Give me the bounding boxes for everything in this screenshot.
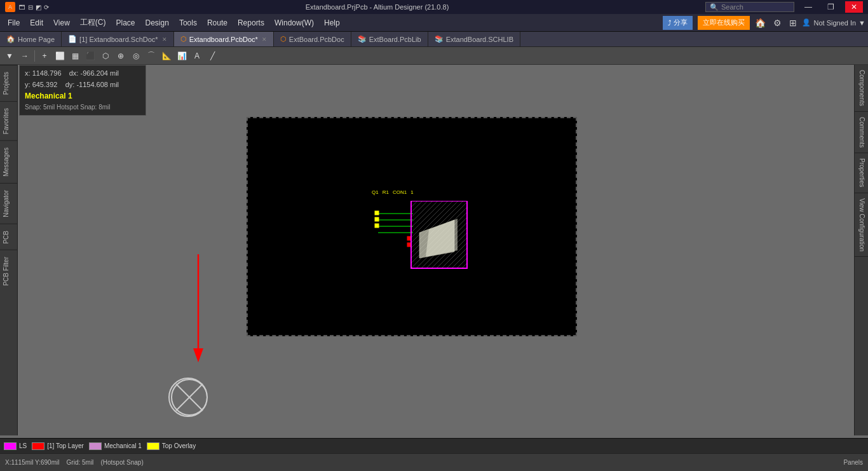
panel-tab-properties[interactable]: Properties xyxy=(855,153,868,193)
cursor-circle-x xyxy=(168,378,208,417)
app-icon: A xyxy=(5,2,15,12)
layer-top-label: [1] Top Layer xyxy=(47,442,84,449)
panel-tab-messages[interactable]: Messages xyxy=(0,140,17,183)
svg-rect-5 xyxy=(375,217,379,221)
toolbar-wire-btn[interactable]: → xyxy=(18,49,32,63)
tab-pcbLib-label: ExtBoard.PcbLib xyxy=(369,36,421,43)
toolbar-measure-btn[interactable]: 📐 xyxy=(159,49,173,63)
tab-home[interactable]: 🏠 Home Page xyxy=(0,32,62,46)
panel-tab-components[interactable]: Components xyxy=(855,65,868,112)
panel-tab-navigator[interactable]: Navigator xyxy=(0,183,17,224)
toolbar-chart-btn[interactable]: 📊 xyxy=(175,49,189,63)
panel-tab-favorites[interactable]: Favorites xyxy=(0,101,17,140)
circle-x-svg xyxy=(170,378,207,417)
panels-label: Panels xyxy=(843,459,863,466)
menu-design[interactable]: Design xyxy=(140,14,174,32)
user-area[interactable]: 👤 Not Signed In ▼ xyxy=(802,18,865,27)
position-info: X:1115mil Y:690mil Grid: 5mil (Hotspot S… xyxy=(5,459,144,466)
info-bar: X:1115mil Y:690mil Grid: 5mil (Hotspot S… xyxy=(0,453,868,471)
panel-tab-comments[interactable]: Comments xyxy=(855,112,868,153)
menu-edit[interactable]: Edit xyxy=(25,14,48,32)
menu-window[interactable]: Window(W) xyxy=(269,14,319,32)
restore-button[interactable]: ❐ xyxy=(822,1,840,13)
search-bar[interactable]: 🔍 Search xyxy=(705,2,794,12)
toolbar-line-btn[interactable]: ╱ xyxy=(205,49,219,63)
menu-view[interactable]: View xyxy=(48,14,75,32)
menu-tools[interactable]: Tools xyxy=(174,14,202,32)
menu-reports[interactable]: Reports xyxy=(233,14,269,32)
toolbar-fill-btn[interactable]: ⬛ xyxy=(83,49,97,63)
tab-extPcb[interactable]: ⬡ ExtBoard.PcbDoc xyxy=(274,32,351,46)
svg-rect-4 xyxy=(375,211,379,215)
status-bar: LS [1] Top Layer Mechanical 1 Top Overla… xyxy=(0,438,868,453)
tab-schDoc[interactable]: 📄 [1] Extandboard.SchDoc* ✕ xyxy=(62,32,174,46)
coord-xy: x: 1148.796 dx: -966.204 mil xyxy=(25,68,140,79)
layer-ls[interactable]: LS xyxy=(4,442,27,450)
toolbar-via-btn[interactable]: ◎ xyxy=(129,49,143,63)
ext-pcb-tab-icon: ⬡ xyxy=(280,35,287,43)
subscribe-label: 立即在线购买 xyxy=(703,18,745,27)
minimize-button[interactable]: — xyxy=(799,1,817,13)
schlib-tab-icon: 📚 xyxy=(435,35,444,43)
layer-top[interactable]: [1] Top Layer xyxy=(32,442,84,450)
panel-tab-pcb[interactable]: PCB xyxy=(0,224,17,250)
home-icon[interactable]: 🏠 xyxy=(752,17,768,29)
x-value: 1148.796 xyxy=(32,69,62,77)
tab-schDoc-close[interactable]: ✕ xyxy=(162,36,167,43)
layer-overlay-color xyxy=(147,442,159,450)
canvas-area[interactable]: Q1 R1 CON1 1 xyxy=(18,65,854,435)
customize-icon[interactable]: ⊞ xyxy=(787,17,799,29)
layer-overlay-label: Top Overlay xyxy=(162,442,196,449)
coord-y: y: 645.392 dy: -1154.608 mil xyxy=(25,79,140,91)
tab-pcbLib[interactable]: 📚 ExtBoard.PcbLib xyxy=(351,32,428,46)
window-title: Extandboard.PrjPcb - Altium Designer (21… xyxy=(306,3,449,11)
y-label: y: xyxy=(25,81,31,88)
toolbar-add-btn[interactable]: + xyxy=(37,49,51,63)
snap-type: (Hotspot Snap) xyxy=(100,459,143,466)
toolbar-filter-btn[interactable]: ▼ xyxy=(3,49,17,63)
toolbar-grid-btn[interactable]: ▦ xyxy=(68,49,82,63)
tab-pcbDoc-close[interactable]: ✕ xyxy=(262,36,267,43)
dx-value: -966.204 mil xyxy=(81,69,119,77)
layer-top-color xyxy=(32,442,44,450)
tab-schLib-label: ExtandBoard.SCHLIB xyxy=(446,36,513,43)
toolbar-pad-btn[interactable]: ⊕ xyxy=(114,49,128,63)
settings-icon[interactable]: ⚙ xyxy=(771,17,784,29)
tabs-bar: 🏠 Home Page 📄 [1] Extandboard.SchDoc* ✕ … xyxy=(0,32,868,47)
layer-overlay[interactable]: Top Overlay xyxy=(147,442,196,450)
share-button[interactable]: ⤴ 分享 xyxy=(663,16,693,30)
tab-schLib[interactable]: 📚 ExtandBoard.SCHLIB xyxy=(428,32,520,46)
coord-display: x: 1148.796 dx: -966.204 mil y: 645.392 … xyxy=(19,65,146,116)
user-label: Not Signed In xyxy=(813,19,856,27)
snap-info: Snap: 5mil Hotspot Snap: 8mil xyxy=(25,102,140,113)
menu-right: ⤴ 分享 立即在线购买 🏠 ⚙ ⊞ 👤 Not Signed In ▼ xyxy=(663,16,865,30)
component-area: Q1 R1 CON1 1 xyxy=(372,201,470,274)
panel-tab-pcbfilter[interactable]: PCB Filter xyxy=(0,250,17,292)
title-bar-left: A 🗔 ⊟ ◩ ⟳ xyxy=(5,2,49,12)
subscribe-button[interactable]: 立即在线购买 xyxy=(698,16,750,30)
toolbar-component-btn[interactable]: ⬡ xyxy=(98,49,112,63)
close-button[interactable]: ✕ xyxy=(845,1,863,13)
left-panel: Projects Favorites Messages Navigator PC… xyxy=(0,65,18,435)
menu-help[interactable]: Help xyxy=(319,14,345,32)
layer-ls-color xyxy=(4,442,17,450)
menu-route[interactable]: Route xyxy=(202,14,233,32)
tab-pcbDoc[interactable]: ⬡ Extandboard.PcbDoc* ✕ xyxy=(174,32,274,46)
panel-tab-view-config[interactable]: View Configuration xyxy=(855,193,868,257)
dy-value: -1154.608 mil xyxy=(76,81,119,88)
menu-place[interactable]: Place xyxy=(111,14,140,32)
panel-tab-projects[interactable]: Projects xyxy=(0,65,17,101)
tab-pcbDoc-label: Extandboard.PcbDoc* xyxy=(189,36,258,43)
layer-mech1[interactable]: Mechanical 1 xyxy=(89,442,142,450)
home-tab-icon: 🏠 xyxy=(6,35,15,43)
user-dropdown-icon: ▼ xyxy=(858,19,865,27)
menu-file[interactable]: File xyxy=(3,14,25,32)
comp-label-1: 1 xyxy=(410,189,413,195)
toolbar-arc-btn[interactable]: ⌒ xyxy=(144,49,158,63)
toolbar-rect-btn[interactable]: ⬜ xyxy=(53,49,67,63)
menu-project[interactable]: 工程(C) xyxy=(75,14,111,32)
title-bar-right: 🔍 Search — ❐ ✕ xyxy=(705,1,863,13)
panels-btn[interactable]: Panels xyxy=(843,459,863,466)
pcb-board[interactable]: Q1 R1 CON1 1 xyxy=(247,117,577,336)
toolbar-text-btn[interactable]: A xyxy=(190,49,204,63)
